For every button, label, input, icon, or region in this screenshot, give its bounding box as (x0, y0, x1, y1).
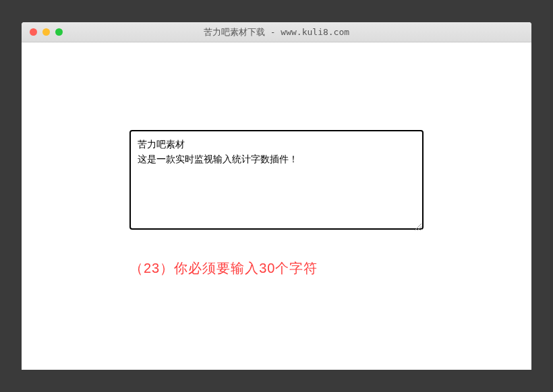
char-count-textarea[interactable] (129, 130, 424, 230)
char-counter-message: （23）你必须要输入30个字符 (129, 259, 424, 277)
window-title: 苦力吧素材下载 - www.kuli8.com (22, 26, 531, 38)
content-area: （23）你必须要输入30个字符 (22, 42, 531, 370)
titlebar: 苦力吧素材下载 - www.kuli8.com (22, 22, 531, 42)
app-window: 苦力吧素材下载 - www.kuli8.com （23）你必须要输入30个字符 (22, 22, 531, 370)
textarea-wrapper (129, 130, 424, 232)
